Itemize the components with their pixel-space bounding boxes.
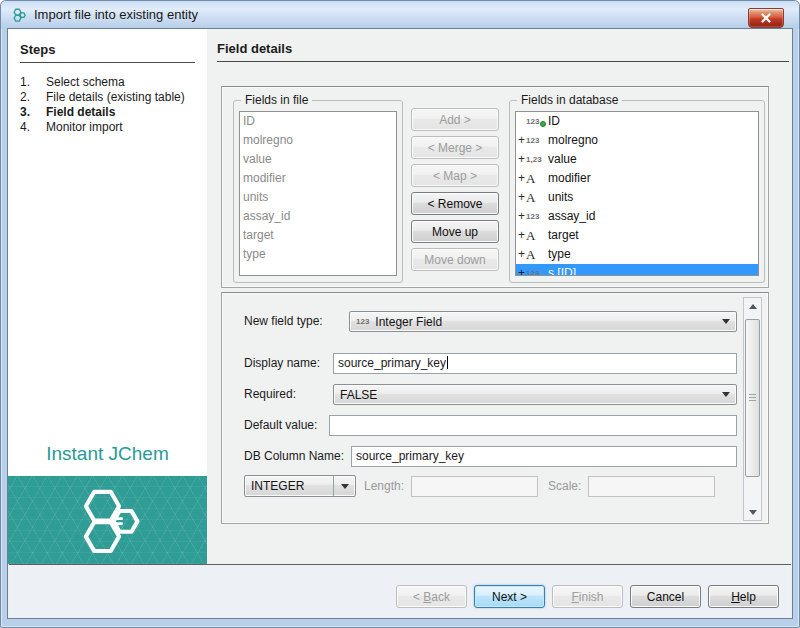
database-field-row[interactable]: +1,23value — [516, 150, 758, 169]
page-title: Field details — [217, 41, 292, 56]
database-field-row[interactable]: +Aunits — [516, 188, 758, 207]
text-new-icon: +A — [516, 169, 548, 188]
database-field-label: molregno — [548, 131, 598, 150]
length-input — [411, 476, 538, 497]
length-label: Length: — [364, 479, 404, 493]
step-number: 4. — [20, 120, 46, 135]
sql-type-select[interactable]: INTEGER — [244, 475, 356, 497]
database-field-row[interactable]: 123ID — [516, 112, 758, 131]
step-item-monitor-import: 4.Monitor import — [20, 120, 198, 135]
file-field-row[interactable]: assay_id — [240, 207, 396, 226]
display-name-value: source_primary_key — [338, 356, 446, 370]
step-label: Monitor import — [46, 120, 188, 135]
next-button[interactable]: Next > — [474, 585, 545, 608]
default-value-input[interactable] — [329, 415, 737, 436]
cancel-button[interactable]: Cancel — [630, 585, 701, 608]
db-column-name-label: DB Column Name: — [244, 449, 344, 463]
new-field-type-value: Integer Field — [375, 315, 442, 329]
group-title: Fields in database — [517, 93, 622, 107]
database-field-label: type — [548, 245, 571, 264]
display-name-input[interactable]: source_primary_key — [333, 353, 737, 374]
step-number: 3. — [20, 105, 46, 120]
text-caret — [447, 356, 448, 369]
file-field-row[interactable]: type — [240, 245, 396, 264]
required-select[interactable]: FALSE — [333, 384, 737, 405]
window-title: Import file into existing entity — [34, 7, 198, 22]
database-field-row[interactable]: +123molregno — [516, 131, 758, 150]
file-field-row[interactable]: target — [240, 226, 396, 245]
steps-panel: Steps 1.Select schema2.File details (exi… — [8, 29, 207, 564]
scale-label: Scale: — [548, 479, 581, 493]
database-field-label: s [ID] — [548, 264, 576, 276]
step-number: 2. — [20, 90, 46, 105]
file-field-row[interactable]: molregno — [240, 131, 396, 150]
new-field-type-select[interactable]: 123 Integer Field — [349, 311, 737, 332]
database-field-label: value — [548, 150, 577, 169]
integer-new-icon: +123 — [516, 207, 548, 226]
database-field-label: units — [548, 188, 573, 207]
scrollbar-thumb[interactable] — [745, 319, 760, 477]
hexagon-logo-icon — [73, 481, 143, 559]
step-item-select-schema: 1.Select schema — [20, 75, 198, 90]
steps-list: 1.Select schema2.File details (existing … — [20, 75, 198, 135]
field-details-form: New field type: 123 Integer Field Displa… — [221, 292, 769, 524]
database-field-row[interactable]: +Atype — [516, 245, 758, 264]
titlebar[interactable]: Import file into existing entity — [1, 1, 799, 29]
field-mapping-section: Fields in file IDmolregnovaluemodifierun… — [221, 86, 769, 288]
divider — [217, 61, 789, 62]
db-column-name-input[interactable]: source_primary_key — [351, 446, 737, 467]
default-value-label: Default value: — [244, 418, 317, 432]
step-number: 1. — [20, 75, 46, 90]
step-label: File details (existing table) — [46, 90, 188, 105]
add-button: Add > — [411, 108, 499, 131]
triangle-up-icon — [749, 304, 757, 309]
transfer-buttons: Add >< Merge >< Map >< RemoveMove upMove… — [411, 108, 499, 271]
finish-button: Finish — [552, 585, 623, 608]
database-field-label: assay_id — [548, 207, 595, 226]
brand-panel — [8, 476, 207, 564]
chevron-down-icon — [341, 484, 349, 489]
database-field-label: ID — [548, 112, 560, 131]
display-name-label: Display name: — [244, 356, 320, 370]
database-field-row[interactable]: +Atarget — [516, 226, 758, 245]
form-scrollbar[interactable] — [743, 297, 762, 521]
map-button: < Map > — [411, 164, 499, 187]
app-logo-icon — [11, 7, 27, 23]
database-field-label: target — [548, 226, 579, 245]
db-column-name-value: source_primary_key — [356, 449, 464, 463]
text-new-icon: +A — [516, 226, 548, 245]
database-field-row[interactable]: +Amodifier — [516, 169, 758, 188]
steps-title: Steps — [20, 42, 55, 57]
remove-button[interactable]: < Remove — [411, 192, 499, 215]
file-field-row[interactable]: modifier — [240, 169, 396, 188]
decimal-new-icon: +1,23 — [516, 150, 548, 169]
group-title: Fields in file — [241, 93, 312, 107]
fields-in-database-list[interactable]: 123ID+123molregno+1,23value+Amodifier+Au… — [515, 111, 759, 276]
scroll-down-button[interactable] — [744, 504, 761, 520]
triangle-down-icon — [749, 510, 757, 515]
scale-input — [588, 476, 715, 497]
file-field-row[interactable]: ID — [240, 112, 396, 131]
database-field-row[interactable]: +123assay_id — [516, 207, 758, 226]
new-field-type-label: New field type: — [244, 314, 323, 328]
file-field-row[interactable]: units — [240, 188, 396, 207]
chevron-down-icon — [722, 319, 730, 324]
file-field-row[interactable]: value — [240, 150, 396, 169]
move-up-button[interactable]: Move up — [411, 220, 499, 243]
close-icon — [760, 13, 772, 23]
scroll-up-button[interactable] — [744, 298, 761, 314]
fields-in-file-list[interactable]: IDmolregnovaluemodifierunitsassay_idtarg… — [239, 111, 397, 276]
step-item-file-details-existing-table: 2.File details (existing table) — [20, 90, 198, 105]
step-label: Select schema — [46, 75, 188, 90]
main-panel: Field details Fields in file IDmolregnov… — [207, 29, 792, 564]
brand-name: Instant JChem — [8, 443, 207, 465]
database-field-label: modifier — [548, 169, 591, 188]
database-field-row[interactable]: +123s [ID] — [516, 264, 758, 276]
dialog-content: Steps 1.Select schema2.File details (exi… — [8, 29, 792, 618]
step-label: Field details — [46, 105, 188, 120]
integer-new-icon: +123 — [516, 131, 548, 150]
dialog-window: Import file into existing entity Steps 1… — [0, 0, 800, 628]
close-button[interactable] — [748, 8, 784, 28]
chevron-down-icon — [722, 392, 730, 397]
help-button[interactable]: Help — [708, 585, 779, 608]
